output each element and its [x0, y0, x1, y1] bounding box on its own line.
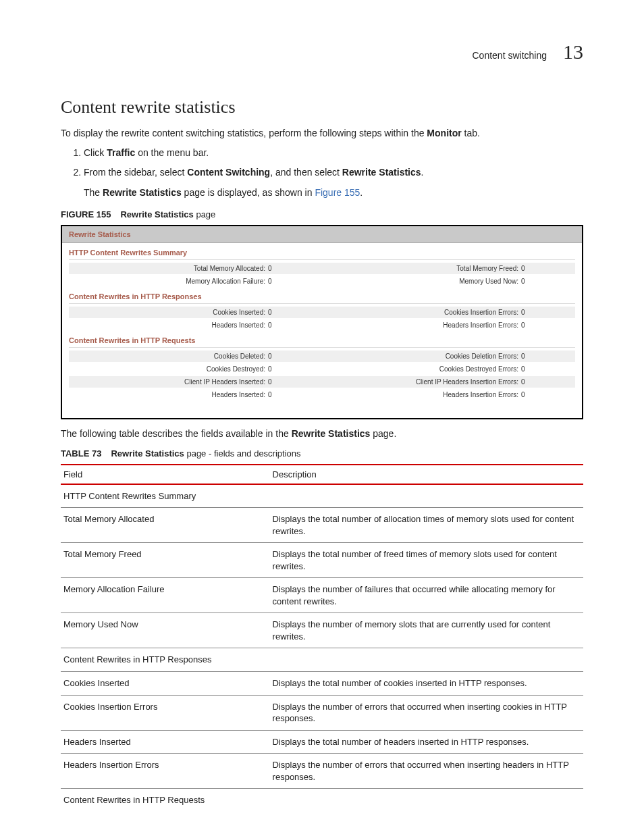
stat-row: Client IP Headers Inserted:0 Client IP H…: [69, 376, 575, 388]
table-row: Headers Insertion ErrorsDisplays the num…: [61, 754, 583, 789]
after-figure-paragraph: The following table describes the fields…: [61, 427, 583, 440]
table-row: Memory Allocation FailureDisplays the nu…: [61, 578, 583, 613]
step-2: From the sidebar, select Content Switchi…: [84, 166, 583, 199]
table-row: Total Memory FreedDisplays the total num…: [61, 543, 583, 578]
intro-paragraph: To display the rewrite content switching…: [61, 127, 583, 140]
stat-row: Cookies Inserted:0 Cookies Insertion Err…: [69, 307, 575, 318]
breadcrumb: Content switching: [472, 50, 547, 61]
group-requests: Content Rewrites in HTTP Requests Cookie…: [69, 335, 575, 400]
page-header: Content switching 13: [61, 41, 583, 63]
panel-title: Rewrite Statistics: [62, 226, 582, 243]
stat-row: Total Memory Allocated:0 Total Memory Fr…: [69, 263, 575, 274]
stat-row: Cookies Deleted:0 Cookies Deletion Error…: [69, 350, 575, 362]
page-title: Content rewrite statistics: [61, 97, 583, 118]
group-summary: HTTP Content Rewrites Summary Total Memo…: [69, 247, 575, 287]
stat-row: Headers Inserted:0 Headers Insertion Err…: [69, 319, 575, 331]
chapter-number: 13: [563, 41, 583, 63]
stat-row: Cookies Destroyed:0 Cookies Destroyed Er…: [69, 363, 575, 375]
steps-list: Click Traffic on the menu bar. From the …: [61, 147, 583, 200]
table-caption: TABLE 73Rewrite Statistics page - fields…: [61, 448, 583, 459]
table-row: Content Rewrites in HTTP Requests: [61, 789, 583, 812]
col-field: Field: [61, 465, 270, 484]
step-1: Click Traffic on the menu bar.: [84, 147, 583, 160]
stat-row: Memory Allocation Failure:0 Memory Used …: [69, 276, 575, 287]
table-row: Cookies InsertedDisplays the total numbe…: [61, 672, 583, 696]
step-2-result: The Rewrite Statistics page is displayed…: [84, 186, 583, 200]
table-row: Cookies Insertion ErrorsDisplays the num…: [61, 695, 583, 730]
page: Content switching 13 Content rewrite sta…: [0, 0, 644, 834]
group-legend: Content Rewrites in HTTP Responses: [69, 291, 575, 303]
table-row: Content Rewrites in HTTP Responses: [61, 648, 583, 672]
table-row: HTTP Content Rewrites Summary: [61, 484, 583, 508]
group-legend: HTTP Content Rewrites Summary: [69, 247, 575, 259]
stat-row: Headers Inserted:0 Headers Insertion Err…: [69, 389, 575, 400]
group-legend: Content Rewrites in HTTP Requests: [69, 335, 575, 347]
table-row: Memory Used NowDisplays the number of me…: [61, 613, 583, 648]
col-description: Description: [270, 465, 583, 484]
table-row: Headers InsertedDisplays the total numbe…: [61, 730, 583, 754]
table-row: Total Memory AllocatedDisplays the total…: [61, 508, 583, 543]
fields-table: Field Description HTTP Content Rewrites …: [61, 464, 583, 812]
group-responses: Content Rewrites in HTTP Responses Cooki…: [69, 291, 575, 331]
figure-link[interactable]: Figure 155: [315, 187, 360, 198]
rewrite-stats-screenshot: Rewrite Statistics HTTP Content Rewrites…: [61, 225, 583, 419]
figure-caption: FIGURE 155Rewrite Statistics page: [61, 209, 583, 219]
